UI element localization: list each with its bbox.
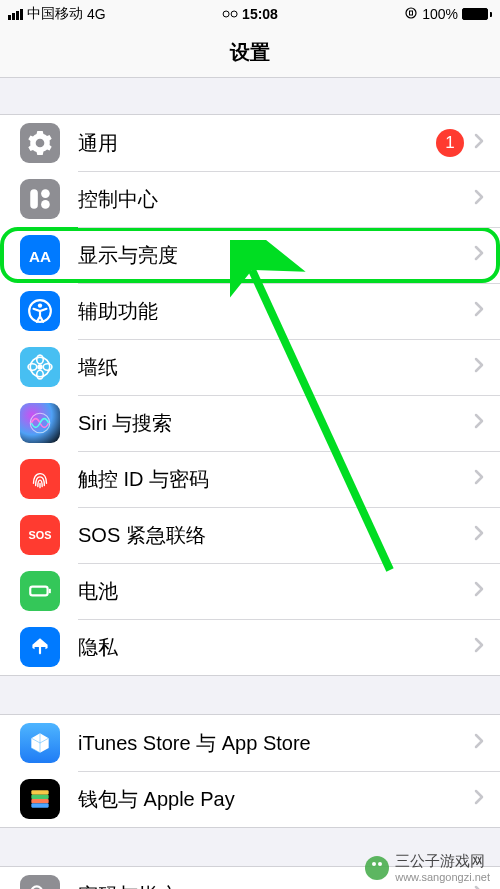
svg-rect-22 bbox=[31, 799, 48, 803]
svg-rect-19 bbox=[49, 589, 51, 593]
network-label: 4G bbox=[87, 6, 106, 22]
wallpaper-icon bbox=[20, 347, 60, 387]
rotation-lock-icon bbox=[404, 6, 418, 23]
row-label: 触控 ID 与密码 bbox=[78, 466, 474, 493]
privacy-icon bbox=[20, 627, 60, 667]
status-bar: 中国移动 4G 15:08 100% bbox=[0, 0, 500, 28]
status-center: 15:08 bbox=[222, 6, 278, 22]
svg-text:AA: AA bbox=[29, 248, 51, 265]
chevron-right-icon bbox=[474, 637, 484, 657]
svg-point-14 bbox=[28, 364, 37, 371]
chevron-right-icon bbox=[474, 189, 484, 209]
svg-rect-3 bbox=[410, 11, 413, 15]
chevron-right-icon bbox=[474, 357, 484, 377]
accessibility-icon bbox=[20, 291, 60, 331]
svg-rect-20 bbox=[31, 790, 48, 794]
chevron-right-icon bbox=[474, 525, 484, 545]
row-touchid[interactable]: 触控 ID 与密码 bbox=[0, 451, 500, 507]
battery-text: 100% bbox=[422, 6, 458, 22]
row-siri[interactable]: Siri 与搜索 bbox=[0, 395, 500, 451]
row-label: 通用 bbox=[78, 130, 436, 157]
svg-text:SOS: SOS bbox=[29, 529, 52, 541]
svg-rect-18 bbox=[30, 587, 47, 596]
watermark-url: www.sangongzi.net bbox=[395, 871, 490, 883]
row-accessibility[interactable]: 辅助功能 bbox=[0, 283, 500, 339]
row-label: 辅助功能 bbox=[78, 298, 474, 325]
row-label: iTunes Store 与 App Store bbox=[78, 730, 474, 757]
svg-point-1 bbox=[231, 11, 237, 17]
itunes-icon bbox=[20, 723, 60, 763]
svg-point-9 bbox=[38, 303, 42, 307]
control-center-icon bbox=[20, 179, 60, 219]
status-right: 100% bbox=[404, 6, 492, 23]
chevron-right-icon bbox=[474, 245, 484, 265]
sos-icon: SOS bbox=[20, 515, 60, 555]
row-label: 钱包与 Apple Pay bbox=[78, 786, 474, 813]
battery-icon bbox=[20, 571, 60, 611]
svg-rect-23 bbox=[31, 803, 48, 807]
chevron-right-icon bbox=[474, 733, 484, 753]
row-label: 控制中心 bbox=[78, 186, 474, 213]
row-label: Siri 与搜索 bbox=[78, 410, 474, 437]
row-label: 电池 bbox=[78, 578, 474, 605]
hotspot-icon bbox=[222, 6, 238, 22]
nav-bar: 设置 bbox=[0, 28, 500, 78]
battery-icon bbox=[462, 8, 492, 20]
page-title: 设置 bbox=[230, 39, 270, 66]
notification-badge: 1 bbox=[436, 129, 464, 157]
row-itunes[interactable]: iTunes Store 与 App Store bbox=[0, 715, 500, 771]
chevron-right-icon bbox=[474, 789, 484, 809]
svg-point-0 bbox=[223, 11, 229, 17]
row-general[interactable]: 通用1 bbox=[0, 115, 500, 171]
settings-group: 通用1 控制中心 AA显示与亮度 辅助功能 墙纸 Siri 与搜索 触控 ID … bbox=[0, 114, 500, 676]
svg-rect-21 bbox=[31, 795, 48, 799]
general-icon bbox=[20, 123, 60, 163]
svg-point-5 bbox=[41, 189, 50, 198]
siri-icon bbox=[20, 403, 60, 443]
row-display[interactable]: AA显示与亮度 bbox=[0, 227, 500, 283]
row-privacy[interactable]: 隐私 bbox=[0, 619, 500, 675]
watermark-logo-icon bbox=[365, 856, 389, 880]
svg-point-2 bbox=[406, 8, 416, 18]
wallet-icon bbox=[20, 779, 60, 819]
chevron-right-icon bbox=[474, 885, 484, 889]
touchid-icon bbox=[20, 459, 60, 499]
status-left: 中国移动 4G bbox=[8, 5, 106, 23]
row-wallpaper[interactable]: 墙纸 bbox=[0, 339, 500, 395]
row-label: 显示与亮度 bbox=[78, 242, 474, 269]
carrier-label: 中国移动 bbox=[27, 5, 83, 23]
display-icon: AA bbox=[20, 235, 60, 275]
chevron-right-icon bbox=[474, 133, 484, 153]
svg-point-15 bbox=[43, 364, 52, 371]
time-label: 15:08 bbox=[242, 6, 278, 22]
row-battery[interactable]: 电池 bbox=[0, 563, 500, 619]
svg-point-12 bbox=[37, 355, 44, 364]
svg-point-13 bbox=[37, 370, 44, 379]
svg-point-11 bbox=[37, 364, 42, 369]
settings-group: iTunes Store 与 App Store 钱包与 Apple Pay bbox=[0, 714, 500, 828]
chevron-right-icon bbox=[474, 581, 484, 601]
row-label: 墙纸 bbox=[78, 354, 474, 381]
row-sos[interactable]: SOSSOS 紧急联络 bbox=[0, 507, 500, 563]
svg-point-6 bbox=[41, 200, 50, 209]
row-control-center[interactable]: 控制中心 bbox=[0, 171, 500, 227]
watermark: 三公子游戏网 www.sangongzi.net bbox=[365, 852, 490, 883]
row-label: SOS 紧急联络 bbox=[78, 522, 474, 549]
chevron-right-icon bbox=[474, 469, 484, 489]
chevron-right-icon bbox=[474, 301, 484, 321]
signal-icon bbox=[8, 9, 23, 20]
row-label: 隐私 bbox=[78, 634, 474, 661]
watermark-text: 三公子游戏网 bbox=[395, 852, 490, 871]
row-wallet[interactable]: 钱包与 Apple Pay bbox=[0, 771, 500, 827]
svg-rect-4 bbox=[30, 189, 38, 209]
chevron-right-icon bbox=[474, 413, 484, 433]
accounts-icon bbox=[20, 875, 60, 889]
